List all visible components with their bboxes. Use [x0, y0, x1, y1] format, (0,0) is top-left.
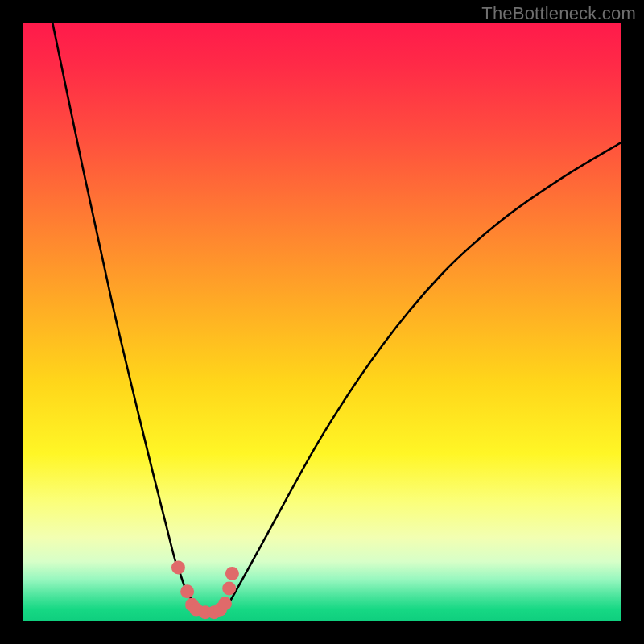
watermark-text: TheBottleneck.com — [481, 3, 636, 24]
highlight-dot — [180, 584, 194, 598]
highlight-dots — [171, 561, 239, 620]
highlight-dot — [225, 567, 239, 580]
curve-layer — [23, 23, 621, 621]
highlight-dot — [222, 582, 236, 596]
bottleneck-curve — [52, 23, 621, 613]
plot-area — [23, 23, 621, 621]
highlight-dot — [171, 561, 185, 575]
bottleneck-curve-path — [52, 23, 621, 613]
chart-frame: TheBottleneck.com — [0, 0, 644, 644]
highlight-dot — [218, 597, 232, 610]
